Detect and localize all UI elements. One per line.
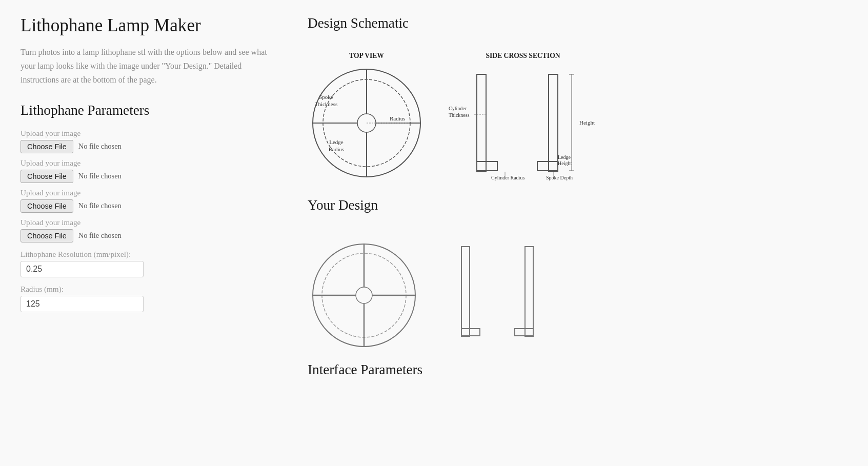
left-panel: Lithophane Lamp Maker Turn photos into a… [21, 15, 277, 451]
file-upload-group-1: Upload your image Choose File No file ch… [21, 129, 277, 153]
design-schematic-title: Design Schematic [308, 15, 847, 31]
schematics-row: TOP VIEW Spoke [308, 52, 847, 187]
choose-file-button-2[interactable]: Choose File [21, 170, 73, 183]
resolution-label: Lithophane Resolution (mm/pixel): [21, 250, 277, 259]
file-upload-group-2: Upload your image Choose File No file ch… [21, 158, 277, 183]
side-cross-svg: Height Cylinder Thickness Ledge Height C… [446, 64, 600, 187]
radius-group: Radius (mm): [21, 285, 277, 312]
spoke-thickness-label2: Thickness [315, 101, 338, 107]
file-upload-label-4: Upload your image [21, 218, 277, 227]
ledge-radius-label2: Radius [329, 146, 345, 152]
file-upload-row-2: Choose File No file chosen [21, 170, 277, 183]
right-panel: Design Schematic TOP VIEW [308, 15, 847, 451]
resolution-input[interactable] [21, 261, 144, 277]
radius-label: Radius (mm): [21, 285, 277, 294]
no-file-text-4: No file chosen [78, 231, 122, 240]
top-view-block: TOP VIEW Spoke [308, 52, 426, 182]
choose-file-button-3[interactable]: Choose File [21, 199, 73, 213]
right-content: Design Schematic TOP VIEW [308, 15, 847, 388]
svg-rect-26 [525, 247, 533, 336]
choose-file-button-4[interactable]: Choose File [21, 229, 73, 242]
ledge-height-label: Ledge [558, 154, 571, 160]
file-upload-row-1: Choose File No file chosen [21, 140, 277, 153]
interface-title: Interface Parameters [308, 362, 847, 378]
radius-input[interactable] [21, 296, 144, 312]
svg-rect-10 [477, 161, 497, 171]
design-row [308, 239, 847, 352]
file-upload-label-3: Upload your image [21, 188, 277, 197]
svg-rect-28 [515, 329, 533, 336]
cylinder-radius-label: Cylinder Radius [491, 175, 524, 180]
your-design-title: Your Design [308, 197, 847, 213]
spoke-thickness-label: Spoke [319, 94, 333, 100]
page-container: Lithophane Lamp Maker Turn photos into a… [0, 0, 868, 466]
spoke-depth-label: Spoke Depth [546, 175, 573, 180]
top-view-title: TOP VIEW [349, 52, 384, 60]
file-upload-row-4: Choose File No file chosen [21, 229, 277, 242]
top-view-svg: Spoke Thickness Radius Ledge Radius [308, 64, 426, 182]
params-title: Lithophane Parameters [21, 103, 277, 118]
svg-rect-11 [537, 161, 558, 171]
svg-point-20 [356, 287, 372, 303]
svg-rect-25 [461, 247, 470, 336]
file-upload-label-1: Upload your image [21, 129, 277, 138]
no-file-text-3: No file chosen [78, 201, 122, 210]
svg-rect-9 [549, 74, 558, 172]
ledge-radius-label: Ledge [329, 139, 344, 145]
file-upload-group-4: Upload your image Choose File No file ch… [21, 218, 277, 242]
your-design-top-svg [308, 239, 420, 352]
radius-schematic-label: Radius [390, 115, 406, 121]
svg-rect-27 [461, 329, 480, 336]
file-upload-row-3: Choose File No file chosen [21, 199, 277, 213]
cylinder-thickness-label2: Thickness [449, 112, 470, 118]
your-design-side-svg [441, 239, 554, 352]
choose-file-button-1[interactable]: Choose File [21, 140, 73, 153]
side-cross-block: SIDE CROSS SECTION [446, 52, 600, 187]
svg-rect-8 [477, 74, 486, 172]
cylinder-thickness-label: Cylinder [449, 106, 467, 111]
resolution-group: Lithophane Resolution (mm/pixel): [21, 250, 277, 277]
description: Turn photos into a lamp lithophane stl w… [21, 45, 277, 87]
file-upload-group-3: Upload your image Choose File No file ch… [21, 188, 277, 213]
file-upload-label-2: Upload your image [21, 158, 277, 168]
no-file-text-1: No file chosen [78, 142, 122, 151]
no-file-text-2: No file chosen [78, 172, 122, 180]
side-cross-title: SIDE CROSS SECTION [486, 52, 560, 60]
page-title: Lithophane Lamp Maker [21, 15, 277, 36]
height-label: Height [579, 119, 595, 126]
ledge-height-label2: Height [558, 160, 572, 166]
